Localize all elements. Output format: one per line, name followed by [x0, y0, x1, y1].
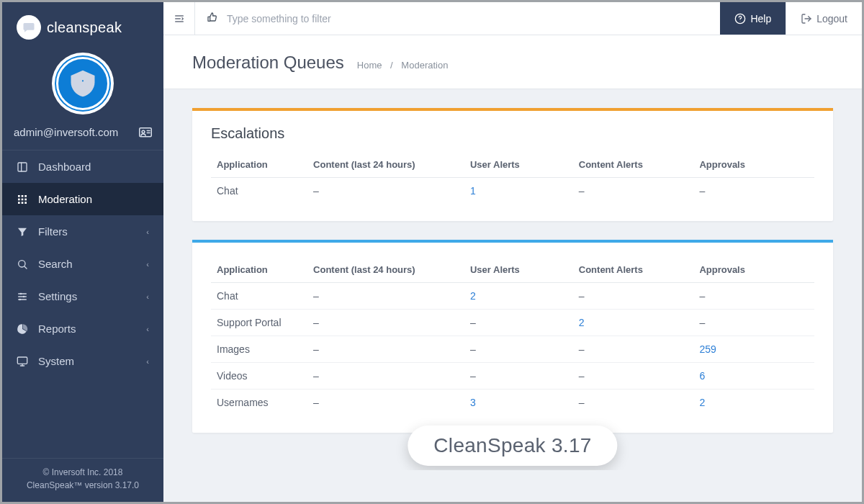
- sidebar-item-label: Search: [38, 258, 73, 270]
- cell-app: Usernames: [211, 390, 307, 416]
- logout-button[interactable]: Logout: [786, 2, 862, 35]
- col-header: Content (last 24 hours): [307, 152, 464, 178]
- cell-link[interactable]: 3: [464, 390, 573, 416]
- cell-app: Videos: [211, 363, 307, 390]
- sidebar-item-system[interactable]: System‹: [2, 345, 163, 377]
- sidebar-item-settings[interactable]: Settings‹: [2, 280, 163, 312]
- user-email: admin@inversoft.com: [14, 126, 118, 138]
- version-badge: CleanSpeak 3.17: [408, 426, 617, 466]
- table-row: Chat–2––: [211, 283, 814, 310]
- cell-app: Chat: [211, 178, 307, 204]
- queues-table: ApplicationContent (last 24 hours)User A…: [211, 257, 814, 415]
- cell: –: [573, 283, 694, 310]
- svg-rect-15: [22, 202, 24, 204]
- user-email-row[interactable]: admin@inversoft.com: [2, 122, 163, 150]
- chevron-left-icon: ‹: [146, 260, 149, 269]
- chevron-left-icon: ‹: [146, 325, 149, 333]
- escalations-title: Escalations: [211, 125, 814, 142]
- monitor-icon: [17, 356, 28, 367]
- col-header: Content (last 24 hours): [307, 257, 464, 283]
- sidebar-item-label: Reports: [38, 323, 76, 335]
- cell-app: Support Portal: [211, 310, 307, 336]
- breadcrumb-current: Moderation: [401, 60, 448, 71]
- filter-area: [195, 2, 720, 35]
- queues-card: ApplicationContent (last 24 hours)User A…: [192, 240, 833, 433]
- svg-rect-25: [17, 357, 27, 364]
- cell-link[interactable]: 2: [573, 310, 694, 336]
- svg-rect-14: [18, 202, 20, 204]
- svg-line-18: [24, 266, 27, 269]
- sidebar-item-label: Settings: [38, 290, 77, 302]
- sidebar-item-label: System: [38, 355, 74, 367]
- cell: –: [464, 336, 573, 363]
- svg-rect-6: [18, 163, 27, 171]
- avatar: [2, 47, 163, 122]
- help-button[interactable]: Help: [720, 2, 786, 35]
- col-header: Approvals: [693, 152, 814, 178]
- cell: –: [693, 283, 814, 310]
- col-header: User Alerts: [464, 257, 573, 283]
- svg-rect-12: [22, 198, 24, 200]
- cell-link[interactable]: 259: [693, 336, 814, 363]
- thumbs-up-icon: [207, 12, 218, 25]
- cell-link[interactable]: 2: [464, 283, 573, 310]
- svg-rect-10: [24, 195, 27, 197]
- chevron-left-icon: ‹: [146, 292, 149, 301]
- escalations-card: Escalations ApplicationContent (last 24 …: [192, 108, 833, 221]
- breadcrumb-home[interactable]: Home: [357, 60, 382, 71]
- sidebar: cleanspeak admin@inversoft.com Dashboard…: [2, 2, 163, 502]
- cell: –: [307, 363, 464, 390]
- col-header: Approvals: [693, 257, 814, 283]
- cell: –: [693, 178, 814, 204]
- sliders-icon: [17, 291, 28, 302]
- sidebar-nav: DashboardModerationFilters‹Search‹Settin…: [2, 150, 163, 377]
- cell: –: [573, 178, 694, 204]
- svg-point-32: [740, 20, 741, 21]
- page-header: Moderation Queues Home / Moderation: [163, 35, 862, 89]
- col-header: User Alerts: [464, 152, 573, 178]
- svg-rect-9: [22, 195, 24, 197]
- chevron-left-icon: ‹: [146, 228, 149, 236]
- page-title: Moderation Queues: [192, 53, 344, 73]
- svg-rect-13: [24, 198, 27, 200]
- sidebar-item-filters[interactable]: Filters‹: [2, 215, 163, 248]
- cell-link[interactable]: 6: [693, 363, 814, 390]
- chevron-left-icon: ‹: [146, 357, 149, 366]
- cell-link[interactable]: 2: [693, 390, 814, 416]
- svg-rect-8: [18, 195, 20, 197]
- table-row: Images–––259: [211, 336, 814, 363]
- toggle-sidebar-button[interactable]: [163, 2, 195, 35]
- filter-input[interactable]: [227, 13, 708, 24]
- cell: –: [307, 390, 464, 416]
- col-header: Content Alerts: [573, 152, 694, 178]
- escalations-table: ApplicationContent (last 24 hours)User A…: [211, 152, 814, 204]
- svg-rect-16: [24, 202, 27, 204]
- id-card-icon: [139, 127, 152, 138]
- grid-icon: [17, 194, 28, 205]
- cell-link[interactable]: 1: [464, 178, 573, 204]
- svg-point-24: [19, 298, 21, 300]
- table-row: Support Portal––2–: [211, 310, 814, 336]
- col-header: Content Alerts: [573, 257, 694, 283]
- cell: –: [693, 310, 814, 336]
- sidebar-item-moderation[interactable]: Moderation: [2, 183, 163, 215]
- cell: –: [573, 363, 694, 390]
- sidebar-footer: © Inversoft Inc. 2018 CleanSpeak™ versio…: [2, 458, 163, 502]
- col-header: Application: [211, 152, 307, 178]
- col-header: Application: [211, 257, 307, 283]
- cell: –: [464, 310, 573, 336]
- speech-bubble-icon: [17, 15, 41, 40]
- sidebar-item-reports[interactable]: Reports‹: [2, 312, 163, 345]
- table-row: Usernames–3–2: [211, 390, 814, 416]
- cell: –: [307, 336, 464, 363]
- table-row: Chat–1––: [211, 178, 814, 204]
- brand-logo[interactable]: cleanspeak: [2, 2, 163, 47]
- table-row: Videos–––6: [211, 363, 814, 390]
- sidebar-item-label: Moderation: [38, 193, 92, 205]
- sidebar-item-search[interactable]: Search‹: [2, 248, 163, 280]
- breadcrumb: Home / Moderation: [357, 60, 449, 71]
- svg-point-23: [23, 295, 25, 297]
- search-icon: [17, 258, 28, 270]
- sidebar-item-label: Filters: [38, 225, 68, 238]
- sidebar-item-dashboard[interactable]: Dashboard: [2, 150, 163, 183]
